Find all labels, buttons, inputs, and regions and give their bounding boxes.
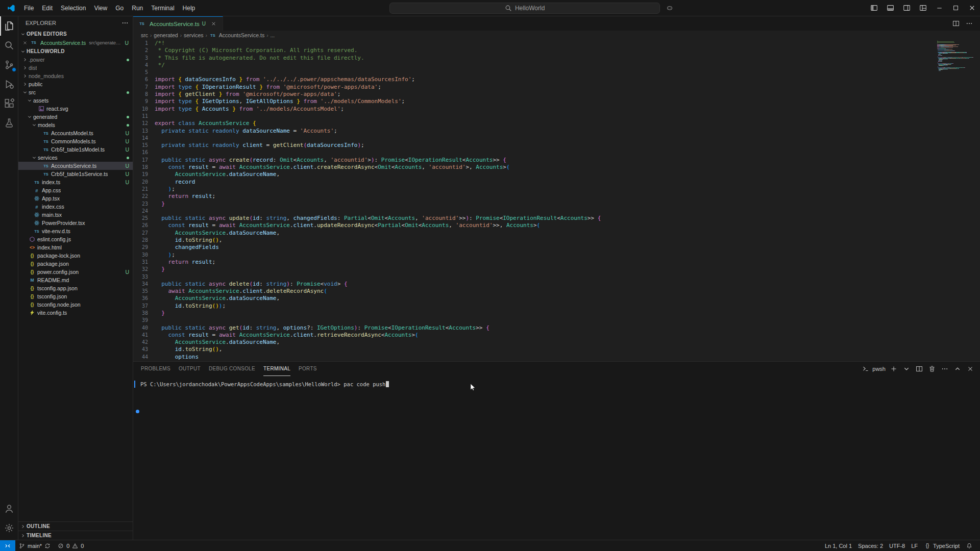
workspace-header[interactable]: HELLOWORLD	[18, 47, 133, 56]
folder-generated[interactable]: generated	[18, 113, 133, 121]
code-editor[interactable]: 1/*!2 * Copyright (C) Microsoft Corporat…	[133, 40, 980, 361]
menu-help[interactable]: Help	[179, 3, 200, 13]
split-editor-icon[interactable]	[950, 18, 962, 29]
copilot-icon[interactable]	[664, 3, 675, 14]
split-terminal-icon[interactable]	[915, 364, 924, 373]
folder-public[interactable]: public	[18, 80, 133, 88]
activity-run-and-debug[interactable]	[0, 74, 18, 94]
code-line[interactable]: 30 );	[133, 252, 934, 259]
maximize-panel-icon[interactable]	[953, 364, 962, 373]
code-line[interactable]: 12export class AccountsService {	[133, 120, 934, 127]
terminal-profile-dropdown-icon[interactable]	[902, 364, 911, 373]
activity-source-control[interactable]	[0, 55, 18, 74]
file-package.json[interactable]: {}package.json	[18, 260, 133, 268]
maximize-window-button[interactable]	[947, 0, 964, 16]
code-line[interactable]: 36 AccountsService.dataSourceName,	[133, 295, 934, 302]
open-editor-item[interactable]: TS AccountsService.ts src\generated\ser.…	[18, 38, 133, 47]
file-tsconfig.app.json[interactable]: {}tsconfig.app.json	[18, 284, 133, 292]
file-eslint.config.js[interactable]: eslint.config.js	[18, 235, 133, 243]
new-terminal-icon[interactable]	[889, 364, 898, 373]
code-line[interactable]: 20 record	[133, 179, 934, 186]
terminal-more-actions-icon[interactable]	[940, 364, 949, 373]
code-line[interactable]: 41 const result = await AccountsService.…	[133, 332, 934, 339]
file-index.html[interactable]: <>index.html	[18, 243, 133, 252]
terminal[interactable]: PS C:\Users\jordanchodak\PowerAppsCodeAp…	[133, 376, 980, 540]
file-vite-env.d.ts[interactable]: TSvite-env.d.ts	[18, 227, 133, 235]
code-line[interactable]: 2 * Copyright (C) Microsoft Corporation.…	[133, 47, 934, 54]
code-line[interactable]: 16	[133, 149, 934, 156]
breadcrumb-item[interactable]: src	[141, 32, 148, 38]
folder-src[interactable]: src	[18, 88, 133, 96]
toggle-secondary-sidebar-icon[interactable]	[898, 0, 915, 16]
menu-run[interactable]: Run	[128, 3, 147, 13]
file-Crb5f_table1sService.ts[interactable]: TSCrb5f_table1sService.tsU	[18, 170, 133, 178]
file-tsconfig.node.json[interactable]: {}tsconfig.node.json	[18, 300, 133, 309]
code-line[interactable]: 11	[133, 113, 934, 120]
file-AccountsService.ts[interactable]: TSAccountsService.tsU	[18, 162, 133, 170]
code-line[interactable]: 24	[133, 208, 934, 215]
cursor-position[interactable]: Ln 1, Col 1	[822, 540, 855, 551]
code-line[interactable]: 42 AccountsService.dataSourceName,	[133, 339, 934, 346]
file-AccountsModel.ts[interactable]: TSAccountsModel.tsU	[18, 129, 133, 137]
breadcrumb-item[interactable]: ...	[270, 32, 275, 38]
indentation[interactable]: Spaces: 2	[855, 540, 886, 551]
panel-tab-output[interactable]: OUTPUT	[179, 362, 201, 376]
menu-view[interactable]: View	[90, 3, 111, 13]
code-line[interactable]: 39	[133, 317, 934, 324]
file-App.tsx[interactable]: App.tsx	[18, 194, 133, 203]
close-panel-icon[interactable]	[966, 364, 975, 373]
explorer-more-actions-icon[interactable]	[121, 19, 129, 27]
file-index.ts[interactable]: TSindex.tsU	[18, 178, 133, 186]
minimize-window-button[interactable]	[931, 0, 947, 16]
file-App.css[interactable]: #App.css	[18, 186, 133, 194]
open-editors-header[interactable]: O​PEN EDITORS	[18, 30, 133, 38]
file-vite.config.ts[interactable]: vite.config.ts	[18, 309, 133, 317]
code-line[interactable]: 25 public static async update(id: string…	[133, 215, 934, 222]
remote-indicator[interactable]	[0, 540, 15, 551]
notifications[interactable]	[963, 540, 976, 551]
code-line[interactable]: 13 private static readonly dataSourceNam…	[133, 128, 934, 135]
folder-dist[interactable]: dist	[18, 64, 133, 72]
code-line[interactable]: 5	[133, 69, 934, 76]
code-line[interactable]: 14	[133, 135, 934, 142]
panel-tab-ports[interactable]: PORTS	[299, 362, 317, 376]
code-line[interactable]: 18 const result = await AccountsService.…	[133, 164, 934, 171]
code-line[interactable]: 31 return result;	[133, 259, 934, 266]
code-line[interactable]: 37 id.toString());	[133, 303, 934, 310]
panel-tab-problems[interactable]: PROBLEMS	[141, 362, 170, 376]
folder-.power[interactable]: .power	[18, 56, 133, 64]
eol[interactable]: LF	[908, 540, 921, 551]
code-line[interactable]: 21 );	[133, 186, 934, 193]
code-line[interactable]: 23 }	[133, 201, 934, 208]
code-line[interactable]: 3 * This file is autogenerated. Do not e…	[133, 55, 934, 62]
file-package-lock.json[interactable]: {}package-lock.json	[18, 252, 133, 260]
activity-search[interactable]	[0, 36, 18, 55]
code-line[interactable]: 22 return result;	[133, 193, 934, 200]
file-index.css[interactable]: #index.css	[18, 203, 133, 211]
code-line[interactable]: 17 public static async create(record: Om…	[133, 157, 934, 164]
terminal-shell-item[interactable]: pwsh	[861, 364, 886, 373]
code-line[interactable]: 19 AccountsService.dataSourceName,	[133, 171, 934, 178]
code-line[interactable]: 4 */	[133, 62, 934, 69]
file-PowerProvider.tsx[interactable]: PowerProvider.tsx	[18, 219, 133, 227]
close-tab-icon[interactable]	[209, 20, 217, 28]
code-line[interactable]: 35 await AccountsService.client.deleteRe…	[133, 288, 934, 295]
toggle-primary-sidebar-icon[interactable]	[866, 0, 882, 16]
folder-assets[interactable]: assets	[18, 96, 133, 105]
code-line[interactable]: 10import type { Accounts } from '../mode…	[133, 106, 934, 113]
code-line[interactable]: 33	[133, 273, 934, 281]
code-line[interactable]: 15 private static readonly client = getC…	[133, 142, 934, 149]
folder-node_modules[interactable]: node_modules	[18, 72, 133, 80]
code-line[interactable]: 40 public static async get(id: string, o…	[133, 324, 934, 332]
code-line[interactable]: 9import type { IGetOptions, IGetAllOptio…	[133, 98, 934, 105]
folder-services[interactable]: services	[18, 154, 133, 162]
file-react.svg[interactable]: react.svg	[18, 105, 133, 113]
code-line[interactable]: 32 }	[133, 266, 934, 273]
timeline-header[interactable]: TIMELINE	[18, 531, 133, 540]
code-line[interactable]: 7import type { IOperationResult } from '…	[133, 84, 934, 91]
menu-selection[interactable]: Selection	[57, 3, 90, 13]
breadcrumb-item[interactable]: generated	[154, 32, 178, 38]
file-Crb5f_table1sModel.ts[interactable]: TSCrb5f_table1sModel.tsU	[18, 145, 133, 154]
activity-testing[interactable]	[0, 113, 18, 133]
customize-layout-icon[interactable]	[915, 0, 931, 16]
